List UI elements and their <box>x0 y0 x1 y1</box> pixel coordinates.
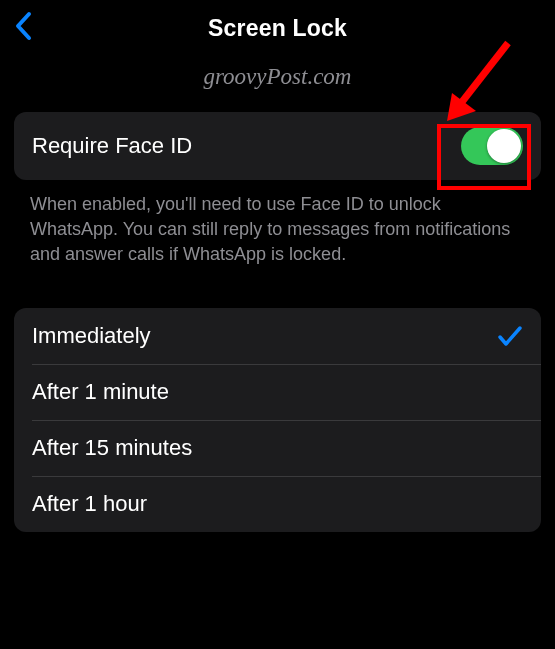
face-id-description: When enabled, you'll need to use Face ID… <box>0 180 555 268</box>
timing-option-1-hour[interactable]: After 1 hour <box>14 476 541 532</box>
require-face-id-row[interactable]: Require Face ID <box>14 112 541 180</box>
timing-option-label: After 1 hour <box>32 491 147 517</box>
back-button[interactable] <box>14 11 32 45</box>
face-id-toggle[interactable] <box>461 127 523 165</box>
timing-option-label: After 15 minutes <box>32 435 192 461</box>
page-title: Screen Lock <box>208 15 347 42</box>
face-id-group: Require Face ID <box>14 112 541 180</box>
watermark-text: groovyPost.com <box>0 64 555 90</box>
timing-option-15-minutes[interactable]: After 15 minutes <box>14 420 541 476</box>
nav-header: Screen Lock <box>0 0 555 56</box>
toggle-knob <box>487 129 521 163</box>
chevron-left-icon <box>14 11 32 41</box>
timing-option-label: After 1 minute <box>32 379 169 405</box>
require-face-id-label: Require Face ID <box>32 133 192 159</box>
checkmark-icon <box>497 324 523 348</box>
timing-option-1-minute[interactable]: After 1 minute <box>14 364 541 420</box>
timing-option-immediately[interactable]: Immediately <box>14 308 541 364</box>
timing-option-label: Immediately <box>32 323 151 349</box>
timing-options-group: Immediately After 1 minute After 15 minu… <box>14 308 541 532</box>
